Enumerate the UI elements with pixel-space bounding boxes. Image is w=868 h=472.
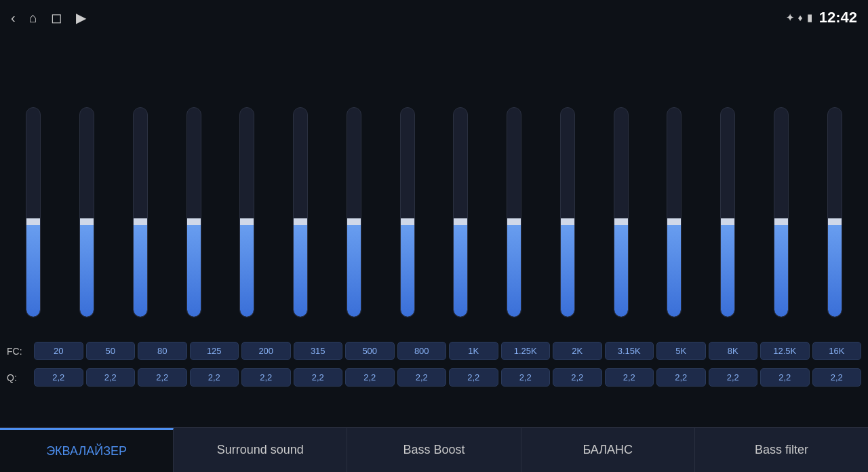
slider-track[interactable]: [239, 107, 254, 317]
slider-fill: [507, 222, 521, 317]
back-icon[interactable]: ‹: [11, 10, 16, 26]
slider-fill: [401, 222, 414, 317]
fc-badge[interactable]: 315: [294, 342, 343, 360]
nav-icons: ‹ ⌂ ◻ ▶: [11, 9, 86, 26]
slider-handle[interactable]: [720, 218, 735, 225]
q-badge[interactable]: 2,2: [241, 368, 291, 387]
fc-badge[interactable]: 125: [190, 342, 239, 360]
fc-badge[interactable]: 20: [34, 342, 83, 360]
fc-badge[interactable]: 16K: [812, 342, 862, 360]
slider-handle[interactable]: [774, 218, 789, 225]
q-badge[interactable]: 2,2: [656, 368, 706, 387]
slider-col: [274, 107, 328, 338]
slider-track[interactable]: [400, 107, 415, 317]
slider-handle[interactable]: [507, 218, 521, 225]
slider-track[interactable]: [293, 107, 308, 317]
tab-item-эквалайзер[interactable]: ЭКВАЛАЙЗЕР: [0, 428, 174, 472]
home-icon[interactable]: ⌂: [29, 10, 37, 26]
slider-fill: [80, 222, 94, 317]
fc-badge[interactable]: 1.25K: [501, 342, 551, 360]
tab-item-bass-boost[interactable]: Bass Boost: [347, 428, 521, 472]
slider-fill: [347, 222, 361, 317]
slider-col: [808, 107, 861, 338]
tab-item-surround-sound[interactable]: Surround sound: [174, 428, 347, 472]
slider-handle[interactable]: [560, 218, 575, 225]
status-icons: ✦ ♦ ▮: [786, 12, 812, 23]
slider-track[interactable]: [774, 107, 789, 317]
fc-badge[interactable]: 50: [86, 342, 136, 360]
fc-badge[interactable]: 12.5K: [760, 342, 810, 360]
fc-badge[interactable]: 2K: [553, 342, 602, 360]
slider-col: [594, 107, 648, 338]
clock: 12:42: [819, 9, 857, 26]
slider-track[interactable]: [133, 107, 148, 317]
fc-badge[interactable]: 80: [138, 342, 187, 360]
slider-handle[interactable]: [293, 218, 308, 225]
slider-handle[interactable]: [400, 218, 415, 225]
slider-handle[interactable]: [239, 218, 254, 225]
slider-handle[interactable]: [827, 218, 842, 225]
slider-handle[interactable]: [186, 218, 201, 225]
wifi-icon: ♦: [798, 12, 803, 23]
q-badge[interactable]: 2,2: [760, 368, 810, 387]
fc-badge[interactable]: 200: [241, 342, 291, 360]
slider-track[interactable]: [507, 107, 521, 317]
q-badge[interactable]: 2,2: [34, 368, 83, 387]
slider-track[interactable]: [667, 107, 682, 317]
slider-track[interactable]: [560, 107, 575, 317]
slider-track[interactable]: [347, 107, 361, 317]
fc-badge[interactable]: 800: [397, 342, 447, 360]
fc-badge[interactable]: 5K: [656, 342, 706, 360]
q-badge[interactable]: 2,2: [397, 368, 447, 387]
slider-col: [114, 107, 167, 338]
slider-track[interactable]: [827, 107, 842, 317]
fc-badge[interactable]: 3.15K: [605, 342, 654, 360]
fc-values: 2050801252003155008001K1.25K2K3.15K5K8K1…: [34, 342, 861, 360]
slider-col: [380, 107, 434, 338]
slider-track[interactable]: [26, 107, 41, 317]
q-badge[interactable]: 2,2: [190, 368, 239, 387]
q-badge[interactable]: 2,2: [501, 368, 551, 387]
slider-col: [328, 107, 381, 338]
slider-handle[interactable]: [453, 218, 468, 225]
tab-bar: ЭКВАЛАЙЗЕРSurround soundBass BoostБАЛАНС…: [0, 427, 868, 472]
q-badge[interactable]: 2,2: [449, 368, 498, 387]
slider-handle[interactable]: [133, 218, 148, 225]
q-badge[interactable]: 2,2: [86, 368, 136, 387]
slider-track[interactable]: [453, 107, 468, 317]
slider-track[interactable]: [720, 107, 735, 317]
slider-track[interactable]: [186, 107, 201, 317]
q-badge[interactable]: 2,2: [605, 368, 654, 387]
slider-track[interactable]: [614, 107, 629, 317]
fc-badge[interactable]: 1K: [449, 342, 498, 360]
slider-handle[interactable]: [347, 218, 361, 225]
slider-handle[interactable]: [79, 218, 94, 225]
q-badge[interactable]: 2,2: [345, 368, 395, 387]
q-badge[interactable]: 2,2: [294, 368, 343, 387]
slider-col: [167, 107, 220, 338]
q-label: Q:: [7, 372, 34, 383]
slider-col: [60, 107, 114, 338]
q-badge[interactable]: 2,2: [553, 368, 602, 387]
q-badge[interactable]: 2,2: [709, 368, 758, 387]
slider-handle[interactable]: [614, 218, 629, 225]
slider-track[interactable]: [79, 107, 94, 317]
eq-area: FC: 2050801252003155008001K1.25K2K3.15K5…: [0, 35, 868, 391]
tab-item-баланс[interactable]: БАЛАНС: [521, 428, 695, 472]
slider-col: [755, 107, 808, 338]
sliders-container: [0, 62, 868, 338]
slider-handle[interactable]: [26, 218, 41, 225]
slider-fill: [294, 222, 307, 317]
slider-col: [701, 107, 755, 338]
slider-handle[interactable]: [667, 218, 682, 225]
fc-badge[interactable]: 8K: [709, 342, 758, 360]
play-icon[interactable]: ▶: [76, 9, 86, 26]
slider-col: [488, 107, 541, 338]
fc-badge[interactable]: 500: [345, 342, 395, 360]
q-badge[interactable]: 2,2: [812, 368, 862, 387]
slider-col: [434, 107, 488, 338]
tab-item-bass-filter[interactable]: Bass filter: [695, 428, 868, 472]
window-icon[interactable]: ◻: [51, 9, 62, 26]
q-badge[interactable]: 2,2: [138, 368, 187, 387]
slider-fill: [134, 222, 147, 317]
